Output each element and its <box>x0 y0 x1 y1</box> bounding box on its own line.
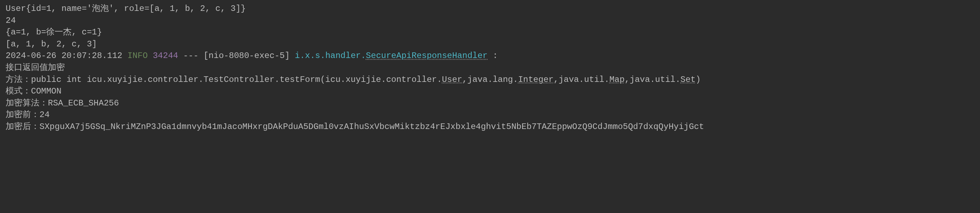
log-colon: : <box>488 51 498 60</box>
log-line-algorithm: 加密算法：RSA_ECB_SHA256 <box>6 97 974 109</box>
log-line-mode: 模式：COMMON <box>6 85 974 97</box>
log-sig-map: Map <box>609 75 625 84</box>
log-line-output: {a=1, b=徐一杰, c=1} <box>6 26 974 38</box>
log-thread: [nio-8080-exec-5] <box>204 51 290 60</box>
log-text: [a, 1, b, 2, c, 3] <box>6 39 97 49</box>
log-sig-user: User <box>442 75 463 84</box>
log-separator: --- <box>178 51 204 60</box>
log-label: 模式： <box>6 87 31 96</box>
log-text: 接口返回值加密 <box>6 63 65 73</box>
log-line-output: [a, 1, b, 2, c, 3] <box>6 38 974 50</box>
log-sig: ,java.lang. <box>462 75 518 84</box>
log-sig-set: Set <box>681 75 696 84</box>
log-line-before-encrypt: 加密前：24 <box>6 109 974 121</box>
log-logger-class: SecureApiResponseHandler <box>366 51 488 60</box>
log-label: 加密后： <box>6 122 40 131</box>
log-sig: ,java.util. <box>625 75 680 84</box>
log-value: 24 <box>40 110 50 120</box>
log-line-message: 接口返回值加密 <box>6 62 974 74</box>
log-value: SXpguXA7j5GSq_NkriMZnP3JGa1dmnvyb41mJaco… <box>40 122 704 131</box>
log-line-method: 方法：public int icu.xuyijie.controller.Tes… <box>6 74 974 86</box>
log-value: COMMON <box>31 87 61 96</box>
log-label: 加密前： <box>6 110 40 120</box>
log-level: INFO <box>127 51 148 60</box>
log-timestamp: 2024-06-26 20:07:28.112 <box>6 51 122 60</box>
log-logger-package: i.x.s.handler. <box>295 51 366 60</box>
log-label: 加密算法： <box>6 98 48 108</box>
log-text: 24 <box>6 16 16 25</box>
log-label: 方法： <box>6 75 31 84</box>
log-line-after-encrypt: 加密后：SXpguXA7j5GSq_NkriMZnP3JGa1dmnvyb41m… <box>6 121 974 133</box>
log-value: RSA_ECB_SHA256 <box>48 98 119 108</box>
log-sig: ,java.util. <box>554 75 609 84</box>
log-line-output: 24 <box>6 15 974 27</box>
log-text: {a=1, b=徐一杰, c=1} <box>6 27 102 37</box>
log-text: User{id=1, name='泡泡', role=[a, 1, b, 2, … <box>6 4 246 13</box>
log-sig-integer: Integer <box>518 75 554 84</box>
log-sig: ) <box>696 75 701 84</box>
log-line-entry: 2024-06-26 20:07:28.112 INFO 34244 --- [… <box>6 50 974 62</box>
log-sig: public int icu.xuyijie.controller.TestCo… <box>31 75 442 84</box>
log-pid: 34244 <box>153 51 178 60</box>
log-line-output: User{id=1, name='泡泡', role=[a, 1, b, 2, … <box>6 3 974 15</box>
